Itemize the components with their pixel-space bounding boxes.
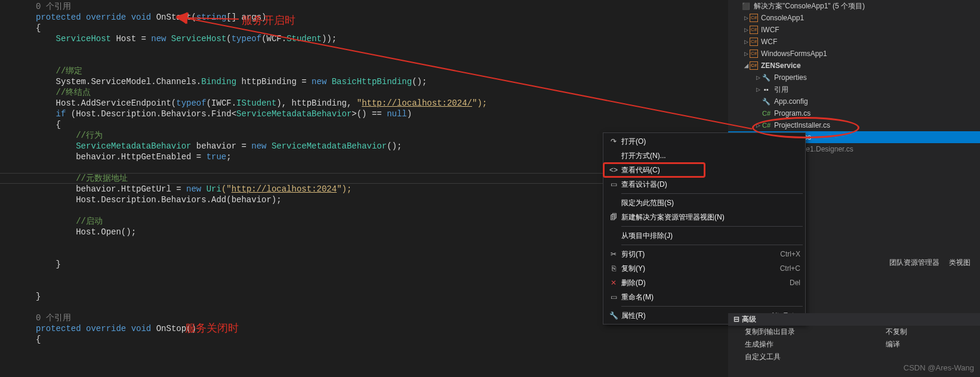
references-node[interactable]: ▷▪▪引用 (728, 84, 980, 95)
rename-icon: ▭ (606, 293, 621, 301)
wrench-icon: 🔧 (762, 73, 771, 82)
menu-cut[interactable]: ✂剪切(T)Ctrl+X (603, 247, 805, 261)
solution-icon: ⬛ (741, 1, 751, 11)
expander-icon[interactable]: ▷ (754, 84, 762, 95)
menu-separator (621, 193, 803, 194)
tree-label: ConsoleApp1 (761, 12, 804, 24)
newview-icon: 🗐 (606, 213, 621, 221)
delete-icon: ✕ (606, 279, 621, 287)
projectinstaller-file[interactable]: ▷C#ProjectInstaller.cs (728, 119, 980, 131)
menu-exclude[interactable]: 从项目中排除(J) (603, 228, 805, 243)
csharp-project-icon: C# (750, 26, 758, 34)
prop-row[interactable]: 生成操作编译 (728, 338, 980, 351)
context-menu: ↷打开(O) 打开方式(N)... <>查看代码(C) ▭查看设计器(D) 限定… (603, 132, 806, 325)
prop-val[interactable] (886, 352, 975, 362)
menu-open[interactable]: ↷打开(O) (603, 134, 805, 149)
watermark: CSDN @Ares-Wang (904, 363, 974, 372)
expander-icon[interactable]: ◢ (742, 60, 750, 72)
menu-viewcode[interactable]: <>查看代码(C) (603, 163, 805, 177)
annotation-onstart: 服务开启时 (242, 13, 295, 27)
tree-label: ProjectInstaller.cs (774, 119, 830, 131)
csharp-file-icon: C# (762, 109, 771, 118)
tree-label: WCF (761, 36, 777, 48)
cut-icon: ✂ (606, 250, 621, 258)
codelens-references-2[interactable]: 0 个引用 (36, 313, 71, 323)
menu-newview[interactable]: 🗐新建解决方案资源管理器视图(N) (603, 210, 805, 224)
code-line[interactable]: protected override void OnStart(string[]… (36, 12, 728, 23)
code-line[interactable]: protected override void OnStop() (36, 323, 728, 334)
prop-key: 复制到输出目录 (745, 327, 886, 337)
expander-icon[interactable]: ▷ (742, 12, 750, 24)
properties-panel[interactable]: ⊟ 高级 复制到输出目录不复制 生成操作编译 自定义工具 (728, 313, 980, 363)
expander-icon[interactable]: ▷ (754, 72, 762, 84)
expander-icon[interactable]: ▷ (754, 119, 762, 131)
code-line[interactable]: { (36, 119, 728, 130)
expander-icon[interactable]: ▷ (742, 24, 750, 36)
prop-key: 自定义工具 (745, 352, 886, 362)
csharp-file-icon: C# (762, 120, 771, 130)
solution-node[interactable]: ⬛解决方案"ConsoleApp1" (5 个项目) (728, 0, 980, 12)
expander-icon[interactable]: ▷ (742, 36, 750, 48)
menu-separator (621, 306, 803, 307)
csharp-project-icon: C# (750, 50, 758, 58)
menu-copy[interactable]: ⎘复制(Y)Ctrl+C (603, 261, 805, 276)
tree-label: IWCF (761, 24, 779, 36)
project-zenservice[interactable]: ◢C#ZENService (728, 60, 980, 72)
tree-label: WindowsFormsApp1 (761, 48, 827, 60)
appconfig-file[interactable]: 🔧App.config (728, 95, 980, 107)
code-line[interactable]: { (36, 23, 728, 33)
menu-viewdesigner[interactable]: ▭查看设计器(D) (603, 177, 805, 191)
properties-icon: 🔧 (606, 311, 621, 320)
project-consoleapp1[interactable]: ▷C#ConsoleApp1 (728, 12, 980, 24)
prop-key: 生成操作 (745, 339, 886, 350)
tree-label: Properties (774, 72, 807, 84)
tree-label: ZENService (761, 60, 801, 72)
code-line[interactable]: { (36, 334, 728, 345)
tree-label: 解决方案"ConsoleApp1" (5 个项目) (754, 0, 865, 12)
config-file-icon: 🔧 (762, 97, 771, 106)
menu-separator (621, 245, 803, 245)
csharp-project-icon: C# (750, 61, 758, 70)
code-line[interactable]: //终结点 (36, 87, 728, 98)
code-line[interactable]: System.ServiceModel.Channels.Binding htt… (36, 76, 728, 87)
tree-label: 引用 (774, 84, 788, 95)
open-icon: ↷ (606, 137, 621, 146)
menu-delete[interactable]: ✕删除(D)Del (603, 276, 805, 290)
properties-node[interactable]: ▷🔧Properties (728, 72, 980, 84)
menu-rename[interactable]: ▭重命名(M) (603, 290, 805, 304)
collapse-icon[interactable]: ⊟ (733, 315, 740, 323)
prop-group-advanced[interactable]: ⊟ 高级 (728, 313, 980, 326)
tree-label: Program.cs (774, 107, 810, 119)
tree-label: App.config (774, 95, 808, 107)
project-winforms[interactable]: ▷C#WindowsFormsApp1 (728, 48, 980, 60)
menu-separator (621, 226, 803, 227)
csharp-project-icon: C# (750, 38, 758, 46)
project-wcf[interactable]: ▷C#WCF (728, 36, 980, 48)
copy-icon: ⎘ (606, 264, 621, 273)
project-iwcf[interactable]: ▷C#IWCF (728, 24, 980, 36)
tab-team-explorer[interactable]: 团队资源管理器 (886, 257, 943, 269)
code-line[interactable]: if (Host.Description.Behaviors.Find<Serv… (36, 109, 728, 119)
code-line[interactable]: Host.AddServiceEndpoint(typeof(IWCF.IStu… (36, 98, 728, 109)
menu-scope[interactable]: 限定为此范围(S) (603, 196, 805, 210)
prop-row[interactable]: 自定义工具 (728, 351, 980, 363)
codelens-references-1[interactable]: 0 个引用 (36, 2, 71, 11)
designer-icon: ▭ (606, 180, 621, 188)
code-icon: <> (606, 166, 621, 174)
expander-icon[interactable]: ▷ (742, 48, 750, 60)
code-line[interactable]: //绑定 (36, 66, 728, 76)
program-file[interactable]: C#Program.cs (728, 107, 980, 119)
prop-row[interactable]: 复制到输出目录不复制 (728, 326, 980, 338)
menu-openwith[interactable]: 打开方式(N)... (603, 149, 805, 163)
code-line[interactable]: ServiceHost Host = new ServiceHost(typeo… (36, 33, 728, 44)
csharp-project-icon: C# (750, 14, 758, 22)
prop-val[interactable]: 不复制 (886, 327, 975, 337)
references-icon: ▪▪ (762, 85, 771, 94)
panel-tabs: 团队资源管理器 类视图 (886, 257, 974, 269)
tab-class-view[interactable]: 类视图 (945, 257, 974, 269)
annotation-onstop: 服务关闭时 (185, 321, 239, 335)
prop-val[interactable]: 编译 (886, 339, 975, 350)
